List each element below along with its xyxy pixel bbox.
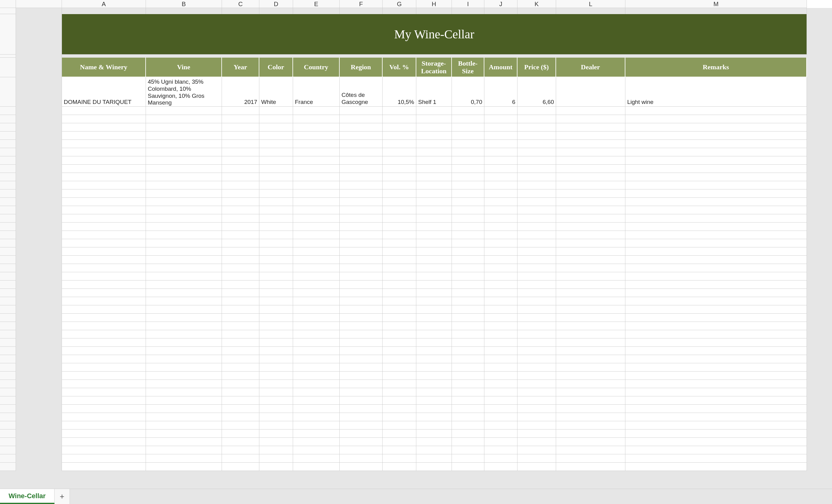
empty-cell[interactable]	[625, 454, 807, 462]
empty-cell[interactable]	[62, 165, 146, 173]
empty-cell[interactable]	[416, 289, 452, 297]
empty-cell[interactable]	[518, 107, 556, 115]
empty-cell[interactable]	[452, 165, 484, 173]
empty-cell[interactable]	[416, 132, 452, 140]
empty-cell[interactable]	[340, 123, 383, 132]
empty-cell[interactable]	[340, 314, 383, 322]
empty-cell[interactable]	[293, 156, 340, 165]
empty-cell[interactable]	[146, 189, 222, 198]
empty-cell[interactable]	[484, 380, 518, 388]
empty-cell[interactable]	[293, 438, 340, 446]
empty-cell[interactable]	[383, 156, 416, 165]
empty-cell[interactable]	[556, 156, 625, 165]
empty-cell[interactable]	[416, 339, 452, 347]
empty-cell[interactable]	[452, 413, 484, 421]
empty-cell[interactable]	[484, 206, 518, 214]
empty-cell[interactable]	[146, 198, 222, 206]
empty-cell[interactable]	[518, 380, 556, 388]
empty-cell[interactable]	[340, 429, 383, 438]
empty-cell[interactable]	[222, 462, 259, 471]
empty-cell[interactable]	[222, 272, 259, 281]
empty-cell[interactable]	[62, 363, 146, 372]
empty-cell[interactable]	[340, 256, 383, 264]
empty-cell[interactable]	[452, 405, 484, 413]
empty-cell[interactable]	[625, 363, 807, 372]
empty-cell[interactable]	[293, 314, 340, 322]
empty-cell[interactable]	[293, 181, 340, 189]
empty-cell[interactable]	[259, 115, 293, 123]
empty-cell[interactable]	[625, 189, 807, 198]
empty-cell[interactable]	[146, 297, 222, 306]
empty-cell[interactable]	[146, 148, 222, 156]
row-header[interactable]	[0, 206, 16, 214]
empty-cell[interactable]	[625, 247, 807, 256]
empty-cell[interactable]	[484, 355, 518, 363]
row-header[interactable]	[0, 380, 16, 388]
empty-cell[interactable]	[556, 239, 625, 247]
empty-cell[interactable]	[518, 322, 556, 330]
empty-cell[interactable]	[416, 165, 452, 173]
empty-cell[interactable]	[293, 256, 340, 264]
empty-cell[interactable]	[293, 198, 340, 206]
empty-cell[interactable]	[222, 165, 259, 173]
row-header[interactable]	[0, 115, 16, 123]
empty-cell[interactable]	[452, 388, 484, 396]
empty-cell[interactable]	[556, 181, 625, 189]
empty-cell[interactable]	[556, 272, 625, 281]
empty-cell[interactable]	[518, 123, 556, 132]
empty-cell[interactable]	[259, 363, 293, 372]
empty-cell[interactable]	[146, 405, 222, 413]
empty-cell[interactable]	[62, 115, 146, 123]
empty-cell[interactable]	[518, 413, 556, 421]
empty-cell[interactable]	[146, 421, 222, 429]
empty-cell[interactable]	[293, 214, 340, 222]
empty-cell[interactable]	[293, 189, 340, 198]
empty-cell[interactable]	[556, 380, 625, 388]
empty-cell[interactable]	[293, 405, 340, 413]
empty-cell[interactable]	[518, 339, 556, 347]
table-header-F[interactable]: Region	[340, 58, 383, 77]
empty-cell[interactable]	[518, 239, 556, 247]
empty-cell[interactable]	[62, 239, 146, 247]
empty-cell[interactable]	[452, 314, 484, 322]
empty-cell[interactable]	[484, 363, 518, 372]
empty-cell[interactable]	[293, 148, 340, 156]
empty-cell[interactable]	[259, 198, 293, 206]
empty-cell[interactable]	[625, 140, 807, 148]
empty-cell[interactable]	[293, 372, 340, 380]
empty-cell[interactable]	[452, 396, 484, 405]
empty-cell[interactable]	[222, 355, 259, 363]
empty-cell[interactable]	[556, 462, 625, 471]
empty-cell[interactable]	[259, 289, 293, 297]
empty-cell[interactable]	[146, 306, 222, 314]
empty-cell[interactable]	[416, 247, 452, 256]
empty-cell[interactable]	[259, 173, 293, 181]
empty-cell[interactable]	[62, 231, 146, 239]
table-header-I[interactable]: Bottle-Size	[452, 58, 484, 77]
empty-cell[interactable]	[556, 256, 625, 264]
empty-cell[interactable]	[146, 322, 222, 330]
empty-cell[interactable]	[293, 272, 340, 281]
empty-cell[interactable]	[222, 314, 259, 322]
empty-cell[interactable]	[625, 123, 807, 132]
empty-cell[interactable]	[146, 413, 222, 421]
empty-cell[interactable]	[625, 173, 807, 181]
empty-cell[interactable]	[452, 446, 484, 454]
empty-cell[interactable]	[146, 181, 222, 189]
col-header-A[interactable]: A	[62, 0, 146, 8]
empty-cell[interactable]	[340, 222, 383, 231]
empty-cell[interactable]	[383, 429, 416, 438]
empty-cell[interactable]	[259, 156, 293, 165]
empty-cell[interactable]	[556, 165, 625, 173]
col-header-M[interactable]: M	[625, 0, 807, 8]
empty-cell[interactable]	[146, 380, 222, 388]
empty-cell[interactable]	[452, 363, 484, 372]
table-header-G[interactable]: Vol. %	[383, 58, 416, 77]
empty-cell[interactable]	[416, 314, 452, 322]
col-header-I[interactable]: I	[452, 0, 484, 8]
empty-cell[interactable]	[383, 256, 416, 264]
empty-cell[interactable]	[383, 339, 416, 347]
empty-cell[interactable]	[146, 107, 222, 115]
empty-cell[interactable]	[625, 239, 807, 247]
empty-cell[interactable]	[556, 421, 625, 429]
